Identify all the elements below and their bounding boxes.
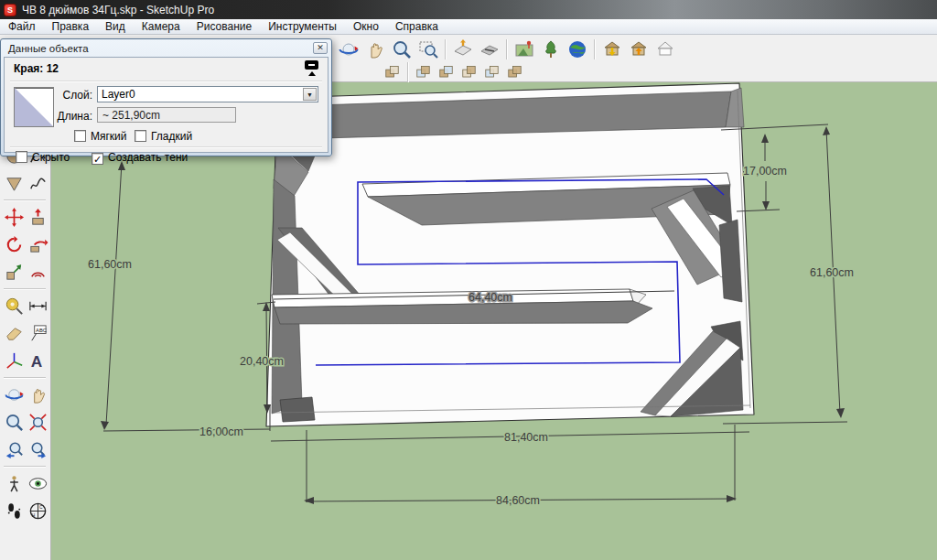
pan-icon[interactable] (362, 38, 387, 61)
toggle-terrain-icon[interactable] (538, 38, 563, 61)
tool-row: CH (2, 498, 49, 523)
offset-icon[interactable] (26, 259, 49, 285)
dim-label-width-outer: 84,60cm (496, 494, 540, 507)
pan-icon[interactable] (26, 382, 49, 407)
toolbar-separator (407, 62, 408, 82)
zoom-next-icon[interactable] (26, 436, 49, 462)
hidden-label: Скрыто (32, 151, 70, 164)
freehand-icon[interactable] (26, 170, 49, 196)
zoom-window-icon[interactable] (415, 38, 440, 61)
sketchup-window: S ЧВ 8 дюймов 34Гц.skp - SketchUp Pro Фа… (0, 0, 937, 560)
tool-row (2, 293, 49, 318)
soft-checkbox[interactable] (74, 130, 86, 142)
zoom-extents-icon[interactable] (26, 409, 49, 435)
hidden-checkbox[interactable] (16, 151, 27, 163)
zoom-previous-icon[interactable] (2, 436, 26, 462)
window-title: ЧВ 8 дюймов 34Гц.skp - SketchUp Pro (22, 4, 214, 16)
svg-text:C: C (38, 505, 42, 510)
google-earth-icon[interactable] (565, 38, 589, 61)
intersect-icon[interactable] (413, 62, 434, 81)
svg-text:A: A (30, 352, 41, 371)
menu-file[interactable]: Файл (0, 19, 44, 35)
toggle-details-button[interactable] (305, 60, 319, 77)
tool-row: ABC (2, 320, 49, 346)
cast-shadows-label: Создавать тени (108, 151, 188, 164)
tool-row (2, 409, 49, 435)
3d-text-icon[interactable]: A (26, 348, 49, 373)
menu-edit[interactable]: Правка (44, 19, 98, 35)
walk-icon[interactable] (2, 498, 26, 523)
toolbar-separator (594, 39, 595, 59)
tape-measure-icon[interactable] (2, 293, 26, 318)
menu-window[interactable]: Окно (345, 19, 387, 35)
get-models-icon[interactable] (599, 38, 624, 61)
cast-shadows-checkbox[interactable]: ✓ (92, 153, 103, 165)
zoom-icon[interactable] (2, 409, 26, 435)
position-camera-icon[interactable] (2, 470, 26, 496)
toolbar-separator (506, 39, 507, 59)
menu-bar: ФайлПравкаВидКамераРисованиеИнструментыО… (0, 19, 937, 35)
dim-label-shelf: 64,40cm (468, 291, 512, 304)
smooth-checkbox[interactable] (135, 130, 146, 142)
scale-icon[interactable] (2, 259, 26, 285)
dim-label-width-inner: 81,40cm (504, 431, 548, 444)
share-model-icon[interactable] (626, 38, 651, 61)
polygon-icon[interactable] (2, 170, 26, 196)
subtract-icon[interactable] (458, 62, 479, 81)
camera-toolbar (335, 37, 678, 61)
length-value: ~ 251,90cm (97, 107, 236, 123)
length-label: Длина: (45, 110, 92, 123)
title-bar[interactable]: S ЧВ 8 дюймов 34Гц.skp - SketchUp Pro (0, 0, 937, 19)
soft-label: Мягкий (91, 130, 127, 143)
dim-label-height-right: 61,60cm (810, 266, 854, 279)
entity-info-body: Края: 12 Слой: Layer0 ▼ Длина: ~ 251,90c… (4, 57, 328, 153)
dim-label-port-top: 17,00cm (743, 165, 787, 178)
smooth-label: Гладкий (151, 130, 192, 143)
menu-camera[interactable]: Камера (134, 19, 188, 35)
tool-row (2, 259, 49, 285)
svg-text:H: H (31, 513, 35, 518)
tool-row (2, 204, 49, 230)
tool-row (2, 170, 49, 196)
3d-warehouse-icon[interactable] (652, 38, 677, 61)
rotate-icon[interactable] (2, 232, 26, 257)
section-plane-icon[interactable]: CH (26, 498, 49, 523)
menu-draw[interactable]: Рисование (188, 19, 260, 35)
close-icon[interactable]: ✕ (313, 42, 328, 54)
menu-tools[interactable]: Инструменты (260, 19, 345, 35)
split-icon[interactable] (504, 62, 525, 81)
section-display-icon[interactable] (450, 38, 475, 61)
dim-label-port-bottom: 20,40cm (240, 355, 284, 368)
orbit-icon[interactable] (2, 382, 26, 407)
union-icon[interactable] (436, 62, 457, 81)
tool-row (2, 470, 49, 496)
axes-icon[interactable] (2, 348, 26, 373)
model-speaker-box[interactable] (266, 83, 754, 426)
zoom-icon[interactable] (389, 38, 414, 61)
toolbar-separator (4, 199, 46, 200)
toolbar-separator (4, 377, 46, 378)
look-around-icon[interactable] (26, 470, 49, 496)
entity-info-dialog[interactable]: Данные объекта ✕ Края: 12 Слой: Layer0 ▼… (0, 38, 332, 156)
orbit-icon[interactable] (336, 38, 361, 61)
push-pull-icon[interactable] (26, 204, 49, 230)
solid-tools-toolbar (381, 62, 526, 81)
chevron-down-icon[interactable]: ▼ (303, 88, 317, 101)
tool-row: A (2, 348, 49, 373)
outer-shell-icon[interactable] (382, 62, 403, 81)
entity-info-title: Данные объекта (8, 43, 89, 54)
eraser-icon[interactable] (2, 320, 26, 346)
add-location-icon[interactable] (512, 38, 536, 61)
dimension-icon[interactable] (26, 293, 49, 318)
menu-view[interactable]: Вид (97, 19, 134, 35)
menu-help[interactable]: Справка (387, 19, 447, 35)
move-icon[interactable] (2, 204, 26, 230)
follow-me-icon[interactable] (26, 232, 49, 257)
layer-select[interactable]: Layer0 ▼ (97, 86, 318, 102)
text-icon[interactable]: ABC (26, 320, 49, 346)
svg-text:ABC: ABC (36, 327, 47, 332)
entity-info-titlebar[interactable]: Данные объекта ✕ (1, 39, 331, 57)
trim-icon[interactable] (481, 62, 502, 81)
section-cut-icon[interactable] (477, 38, 501, 61)
layer-label: Слой: (45, 89, 92, 102)
